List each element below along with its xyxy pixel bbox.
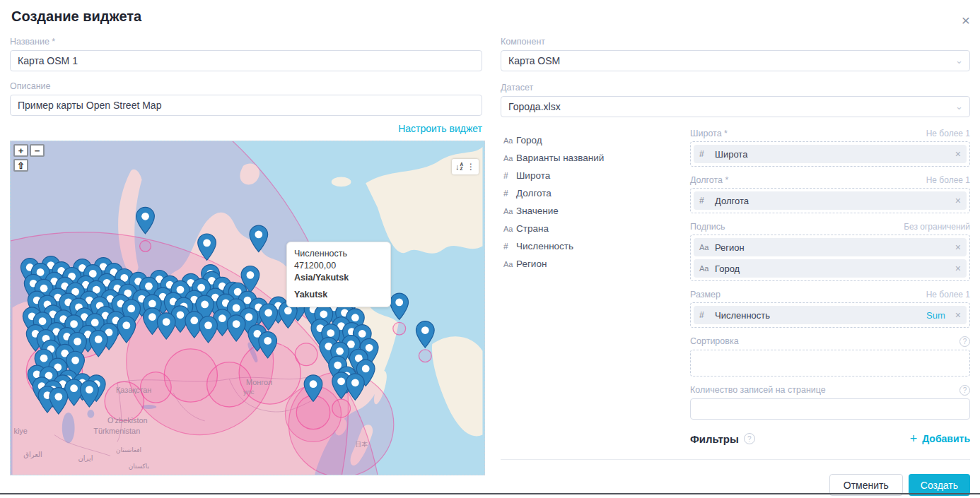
help-icon[interactable]: ? [959,385,970,396]
dataset-select[interactable] [501,96,970,117]
window-bottom-edge [0,493,980,494]
chip-type-icon: # [699,196,712,206]
field-name: Варианты названий [516,153,604,163]
zone-dropbox[interactable]: #Долгота× [690,188,970,213]
field-item[interactable]: AaЗначение [501,202,690,220]
add-filter-button[interactable]: + Добавить [910,432,970,445]
description-input[interactable] [10,95,482,116]
page-size-input[interactable] [690,398,970,420]
sort-az-icon[interactable]: ↓ AZ [455,162,463,172]
chip-remove-icon[interactable]: × [955,309,961,321]
field-chip[interactable]: #Долгота× [694,191,967,210]
chip-name: Долгота [715,196,749,206]
filters-label: Фильтры [690,433,739,445]
component-select[interactable] [501,50,970,71]
map-place-label: Монгол [246,378,272,386]
field-type-icon: # [501,171,516,181]
map-place-label: kiye [14,427,28,435]
field-chip[interactable]: #Широта× [694,145,967,163]
map-preview[interactable]: ҚазақстанO'zbekistonTürkmenistanМонголул… [10,141,485,475]
field-item[interactable]: AaГород [501,131,690,149]
field-name: Город [516,135,542,146]
field-name: Значение [516,206,559,216]
sorting-label: Сортировка [690,336,739,346]
field-type-icon: Aa [501,207,516,215]
map-place-label: باكستان [129,463,149,470]
description-label: Описание [10,81,482,91]
field-type-icon: # [501,189,516,198]
footer-divider [501,459,970,460]
chip-aggregation[interactable]: Sum [926,310,945,321]
field-item[interactable]: AaСтрана [501,220,690,237]
field-item[interactable]: #Численность [501,237,690,255]
drop-zone: ПодписьБез ограниченийAaРегион×AaГород× [690,222,970,281]
configure-widget-link[interactable]: Настроить виджет [398,123,482,134]
field-type-icon: Aa [501,154,516,162]
field-chip[interactable]: AaРегион× [694,238,967,256]
drop-zone: Долгота *Не более 1#Долгота× [690,175,970,213]
chip-remove-icon[interactable]: × [955,242,961,253]
map-toolbar[interactable]: ↓ AZ ⋮ [452,159,479,174]
field-type-icon: # [501,242,516,251]
map-tooltip: Численность 471200,00 Asia/Yakutsk Yakut… [286,242,391,307]
map-place-label: Türkmenistan [93,427,140,435]
zone-label: Долгота * [690,175,728,185]
page-size-label: Количество записей на странице [690,385,826,395]
zone-dropbox[interactable]: AaРегион×AaГород× [690,235,970,281]
help-icon[interactable]: ? [959,336,970,347]
zone-dropbox[interactable]: #Широта× [690,141,970,167]
map-place-label: افغانستان [116,446,141,453]
field-name: Регион [516,259,547,269]
chip-remove-icon[interactable]: × [955,148,961,160]
field-item[interactable]: #Долгота [501,184,690,202]
help-icon[interactable]: ? [744,433,755,444]
field-chip[interactable]: AaГород× [694,259,967,278]
chip-remove-icon[interactable]: × [955,263,961,274]
chip-remove-icon[interactable]: × [955,195,961,206]
map-place-label: O'zbekiston [107,416,147,425]
map-place-label: ايران [78,454,93,462]
field-type-icon: Aa [501,136,516,145]
field-chip[interactable]: #ЧисленностьSum× [694,306,967,324]
field-item[interactable]: AaРегион [501,255,690,273]
drop-zone: Широта *Не более 1#Широта× [690,129,970,167]
field-name: Страна [516,223,549,234]
dialog-title: Создание виджета [11,8,141,25]
zone-limit: Не более 1 [926,175,970,185]
tooltip-metric-label: Численность [294,249,347,259]
drop-zone: РазмерНе более 1#ЧисленностьSum× [690,290,970,328]
field-name: Численность [516,241,573,251]
map-place-label: улс [243,388,254,396]
map-svg: ҚазақстанO'zbekistonTürkmenistanМонголул… [11,141,484,475]
page-size-zone: Количество записей на странице ? [690,385,970,420]
map-place-label: العراق [23,451,42,458]
menu-dots-icon[interactable]: ⋮ [467,162,475,172]
field-item[interactable]: AaВарианты названий [501,149,690,167]
tooltip-timezone: Asia/Yakutsk [294,272,383,284]
field-type-icon: Aa [501,225,516,233]
zone-limit: Не более 1 [926,129,970,138]
field-name: Широта [516,170,550,181]
chip-name: Город [715,263,740,274]
name-label: Название * [10,37,482,47]
zone-limit: Не более 1 [926,290,970,300]
left-column: Название * Описание Настроить виджет [10,37,482,475]
zones-container: Широта *Не более 1#Широта×Долгота *Не бо… [690,129,970,328]
field-list: AaГородAaВарианты названий#Широта#Долгот… [501,129,690,273]
tooltip-city: Yakutsk [294,289,383,301]
name-input[interactable] [10,50,482,71]
zoom-out-button[interactable]: − [30,144,45,157]
zone-label: Размер [690,290,721,300]
fit-bounds-button[interactable]: ⇧ [13,159,28,172]
zone-dropbox[interactable]: #ЧисленностьSum× [690,302,970,328]
chip-name: Численность [715,310,770,321]
zoom-in-button[interactable]: + [13,144,28,157]
zone-label: Подпись [690,222,725,232]
close-icon[interactable]: × [962,13,970,28]
field-item[interactable]: #Широта [501,167,690,184]
sorting-dropbox[interactable] [690,350,970,377]
map-place-label: Қазақстан [116,386,151,394]
plus-icon: + [910,432,918,445]
chip-type-icon: Aa [699,264,712,273]
right-column: Компонент ⌄ Датасет ⌄ AaГородAaВарианты … [501,37,970,496]
